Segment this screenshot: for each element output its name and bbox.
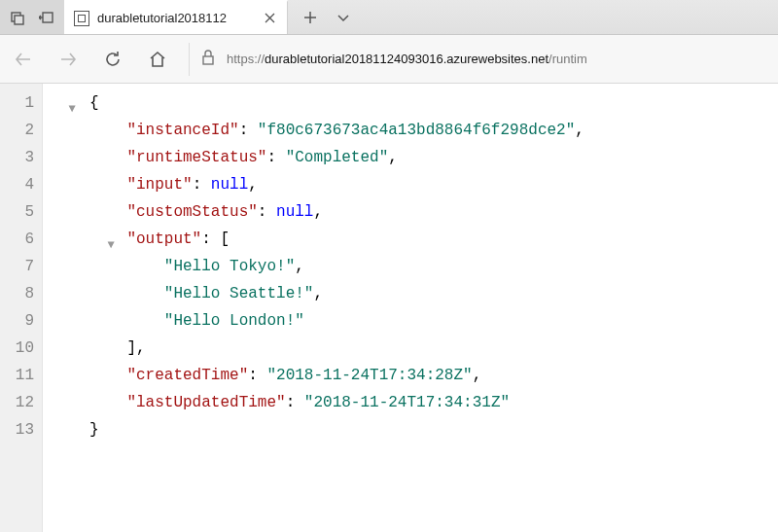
- svg-rect-3: [203, 56, 213, 64]
- close-tab-button[interactable]: [262, 11, 277, 26]
- line-number: 13: [14, 416, 34, 443]
- page-favicon-icon: [74, 11, 89, 26]
- titlebar: durabletutorial2018112: [0, 0, 778, 35]
- set-tabs-aside-icon[interactable]: [35, 6, 58, 29]
- browser-tab-active[interactable]: durabletutorial2018112: [64, 0, 288, 34]
- line-number: 12: [14, 389, 34, 416]
- line-number: 4: [14, 171, 34, 198]
- code-line: "instanceId": "f80c673673ac4a13bd8864f6f…: [43, 117, 778, 144]
- code-line: }: [43, 416, 778, 443]
- line-number: 11: [14, 362, 34, 389]
- line-number: 3: [14, 144, 34, 171]
- line-number: 10: [14, 335, 34, 362]
- line-number: 7: [14, 253, 34, 280]
- line-number: 6: [14, 226, 34, 253]
- code-line: "lastUpdatedTime": "2018-11-24T17:34:31Z…: [43, 389, 778, 416]
- tabs-aside-icon[interactable]: [6, 6, 29, 29]
- forward-button[interactable]: [54, 46, 82, 73]
- code-line: "input": null,: [43, 171, 778, 198]
- code-line: ▼ "output": [: [43, 226, 778, 253]
- url-text: https://durabletutorial20181124093016.az…: [227, 52, 587, 66]
- url-rest: /runtim: [548, 52, 587, 66]
- code-line: "Hello Seattle!",: [43, 280, 778, 307]
- home-button[interactable]: [144, 46, 171, 73]
- json-viewer: 1 2 3 4 5 6 7 8 9 10 11 12 13 ▼{ "instan…: [0, 84, 778, 532]
- tab-actions: [288, 0, 366, 34]
- svg-rect-2: [43, 13, 53, 22]
- code-line: ▼{: [43, 89, 778, 117]
- code-line: "Hello London!": [43, 307, 778, 335]
- refresh-button[interactable]: [99, 46, 126, 73]
- code-line: "createdTime": "2018-11-24T17:34:28Z",: [43, 362, 778, 389]
- line-number: 1: [14, 89, 34, 117]
- line-number: 2: [14, 117, 34, 144]
- tab-title: durabletutorial2018112: [97, 11, 254, 25]
- code-line: ],: [43, 335, 778, 362]
- address-bar[interactable]: https://durabletutorial20181124093016.az…: [189, 43, 768, 76]
- navbar: https://durabletutorial20181124093016.az…: [0, 35, 778, 84]
- code-line: "Hello Tokyo!",: [43, 253, 778, 280]
- code-line: "customStatus": null,: [43, 198, 778, 226]
- lock-icon: [201, 50, 215, 68]
- url-host: durabletutorial20181124093016.azurewebsi…: [265, 52, 548, 66]
- tab-overflow-button[interactable]: [335, 9, 352, 26]
- line-number: 5: [14, 198, 34, 226]
- window-tab-tools: [0, 0, 64, 34]
- new-tab-button[interactable]: [301, 9, 319, 26]
- svg-rect-1: [15, 16, 23, 24]
- url-proto: https://: [227, 52, 265, 66]
- code-area[interactable]: ▼{ "instanceId": "f80c673673ac4a13bd8864…: [43, 84, 778, 532]
- back-button[interactable]: [10, 46, 37, 73]
- line-gutter: 1 2 3 4 5 6 7 8 9 10 11 12 13: [0, 84, 43, 532]
- line-number: 8: [14, 280, 34, 307]
- code-line: "runtimeStatus": "Completed",: [43, 144, 778, 171]
- line-number: 9: [14, 307, 34, 335]
